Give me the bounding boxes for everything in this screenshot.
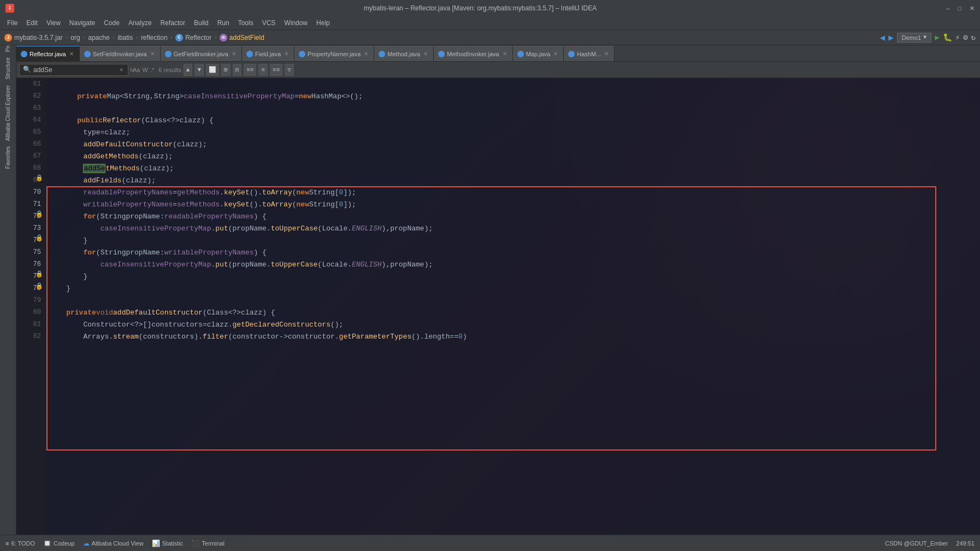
maximize-button[interactable]: □ bbox=[958, 5, 961, 11]
close-button[interactable]: ✕ bbox=[970, 5, 975, 12]
search-expand-button[interactable]: ⬜ bbox=[206, 64, 219, 76]
menu-code[interactable]: Code bbox=[99, 18, 124, 28]
editor-area[interactable]: 61 62 63 64 65 66 67 68 69 70 71 72 73 7… bbox=[16, 78, 980, 535]
line-num-76: 76 bbox=[16, 258, 46, 270]
menu-edit[interactable]: Edit bbox=[22, 18, 42, 28]
breakpoint-icon-75[interactable]: 🔒 bbox=[36, 234, 43, 241]
code-line-62: private Map<String, String> caseInsensit… bbox=[46, 90, 980, 102]
statusbar-terminal[interactable]: ⬛ Terminal bbox=[191, 540, 225, 547]
search-regex-button[interactable]: .* bbox=[150, 67, 154, 73]
tab-methodinvoker[interactable]: MethodInvoker.java ✕ bbox=[434, 46, 512, 61]
method-icon: m bbox=[220, 34, 227, 42]
tab-close-setfield[interactable]: ✕ bbox=[149, 51, 156, 57]
menu-vcs[interactable]: VCS bbox=[258, 18, 280, 28]
statusbar-alibaba-cloud[interactable]: ☁ Alibaba Cloud View bbox=[83, 540, 144, 547]
menu-help[interactable]: Help bbox=[312, 18, 334, 28]
tab-method[interactable]: Method.java ✕ bbox=[374, 46, 434, 61]
code-line-79 bbox=[46, 294, 980, 306]
search-container[interactable]: 🔍 ✕ ↻ bbox=[19, 64, 128, 76]
tab-close-getfield[interactable]: ✕ bbox=[231, 51, 237, 57]
search-option2-button[interactable]: ⊟ bbox=[233, 64, 242, 76]
tab-label-map: Map.java bbox=[526, 51, 551, 57]
breadcrumb-reflector[interactable]: Reflector bbox=[185, 34, 211, 42]
tab-close-propertynamer[interactable]: ✕ bbox=[363, 51, 369, 57]
search-glass-icon: 🔍 bbox=[23, 66, 31, 74]
titlebar-title: mybatis-leran – Reflector.java [Maven: o… bbox=[14, 4, 946, 12]
update-button[interactable]: ↻ bbox=[971, 33, 976, 42]
search-option3-button[interactable]: ≡≡ bbox=[244, 64, 256, 76]
tab-close-reflector[interactable]: ✕ bbox=[68, 51, 75, 57]
search-input[interactable] bbox=[33, 66, 115, 74]
sidebar-cloud-explorer-label[interactable]: Alibaba Cloud Explorer bbox=[4, 83, 12, 143]
statusbar-statistic[interactable]: 📊 Statistic bbox=[152, 540, 184, 547]
tab-close-methodinvoker[interactable]: ✕ bbox=[501, 51, 508, 57]
statusbar-position[interactable]: 249:51 bbox=[956, 540, 975, 547]
tab-map[interactable]: Map.java ✕ bbox=[513, 46, 564, 61]
titlebar: I mybatis-leran – Reflector.java [Maven:… bbox=[0, 0, 980, 16]
back-icon[interactable]: ◀ bbox=[879, 32, 885, 43]
todo-icon: ≡ bbox=[5, 540, 9, 547]
line-num-79: 79 bbox=[16, 294, 46, 306]
search-next-button[interactable]: ▼ bbox=[194, 64, 204, 76]
menu-view[interactable]: View bbox=[42, 18, 65, 28]
breadcrumb-ibatis[interactable]: ibatis bbox=[117, 34, 133, 42]
debug-button[interactable]: 🐛 bbox=[943, 33, 952, 42]
menu-tools[interactable]: Tools bbox=[234, 18, 258, 28]
tab-field[interactable]: Field.java ✕ bbox=[242, 46, 294, 61]
tab-reflector[interactable]: Reflector.java ✕ bbox=[16, 46, 80, 61]
sidebar-favorites-label[interactable]: Favorites bbox=[4, 144, 12, 171]
search-prev-button[interactable]: ▲ bbox=[184, 64, 193, 76]
search-option5-button[interactable]: ≡≡ bbox=[270, 64, 282, 76]
breakpoint-icon-74[interactable]: 🔒 bbox=[36, 210, 43, 217]
menu-refactor[interactable]: Refactor bbox=[156, 18, 190, 28]
search-option1-button[interactable]: ⊞ bbox=[221, 64, 231, 76]
menu-analyze[interactable]: Analyze bbox=[124, 18, 156, 28]
profile-button[interactable]: ⚙ bbox=[963, 33, 967, 42]
tab-propertynamer[interactable]: PropertyNamer.java ✕ bbox=[294, 46, 374, 61]
breakpoint-icon-78[interactable]: 🔒 bbox=[36, 282, 43, 289]
statusbar-todo[interactable]: ≡ 6: TODO bbox=[5, 540, 35, 547]
code-line-70: readablePropertyNames = getMethods . key… bbox=[46, 186, 980, 198]
menu-build[interactable]: Build bbox=[190, 18, 213, 28]
tab-close-map[interactable]: ✕ bbox=[552, 51, 559, 57]
breadcrumb-jar[interactable]: mybatis-3.5.7.jar bbox=[14, 34, 63, 42]
code-line-63 bbox=[46, 102, 980, 114]
tab-getfield[interactable]: GetFieldInvoker.java ✕ bbox=[161, 46, 242, 61]
minimize-button[interactable]: – bbox=[946, 5, 949, 11]
search-filter-button[interactable]: ▽ bbox=[285, 64, 294, 76]
menu-window[interactable]: Window bbox=[280, 18, 312, 28]
forward-icon[interactable]: ▶ bbox=[888, 32, 894, 43]
breakpoint-icon-77[interactable]: 🔒 bbox=[36, 270, 43, 277]
coverage-button[interactable]: ⚡ bbox=[955, 33, 960, 42]
run-config-dropdown[interactable]: Demo1 ▼ bbox=[897, 33, 931, 43]
tab-icon-setfield bbox=[84, 51, 91, 57]
terminal-icon: ⬛ bbox=[191, 540, 199, 547]
breadcrumb-apache[interactable]: apache bbox=[88, 34, 109, 42]
menu-navigate[interactable]: Navigate bbox=[65, 18, 99, 28]
menu-run[interactable]: Run bbox=[213, 18, 234, 28]
run-button[interactable]: ▶ bbox=[935, 33, 939, 42]
breakpoint-icon-72[interactable]: 🔒 bbox=[36, 174, 43, 181]
search-font-button[interactable]: Aa bbox=[133, 67, 140, 73]
statusbar-codeup[interactable]: 🔲 Codeup bbox=[43, 540, 75, 547]
alibaba-cloud-label: Alibaba Cloud View bbox=[92, 540, 144, 547]
breadcrumb-method[interactable]: addSetField bbox=[229, 34, 264, 42]
breadcrumb-org[interactable]: org bbox=[70, 34, 80, 42]
line-num-65: 65 bbox=[16, 126, 46, 138]
search-clear-button[interactable]: ✕ bbox=[117, 65, 126, 74]
tab-hashmap[interactable]: HashM... ✕ bbox=[564, 46, 615, 61]
tab-close-method[interactable]: ✕ bbox=[422, 51, 429, 57]
breadcrumb-reflection[interactable]: reflection bbox=[141, 34, 168, 42]
sidebar-structure-label[interactable]: Structure bbox=[4, 55, 12, 82]
titlebar-left: I bbox=[5, 4, 14, 13]
search-word-button[interactable]: W bbox=[142, 67, 147, 73]
tab-close-field[interactable]: ✕ bbox=[283, 51, 290, 57]
search-option4-button[interactable]: ≡ bbox=[258, 64, 268, 76]
code-line-82: Arrays . stream ( constructors ). filter… bbox=[46, 330, 980, 342]
menu-file[interactable]: File bbox=[3, 18, 22, 28]
code-line-75: for ( String propName : writableProperty… bbox=[46, 246, 980, 258]
left-sidebar: Project Structure Alibaba Cloud Explorer… bbox=[0, 30, 16, 535]
tab-close-hashmap[interactable]: ✕ bbox=[603, 51, 610, 57]
tab-setfield[interactable]: SetFieldInvoker.java ✕ bbox=[80, 46, 161, 61]
code-content[interactable]: private Map<String, String> caseInsensit… bbox=[46, 78, 980, 535]
